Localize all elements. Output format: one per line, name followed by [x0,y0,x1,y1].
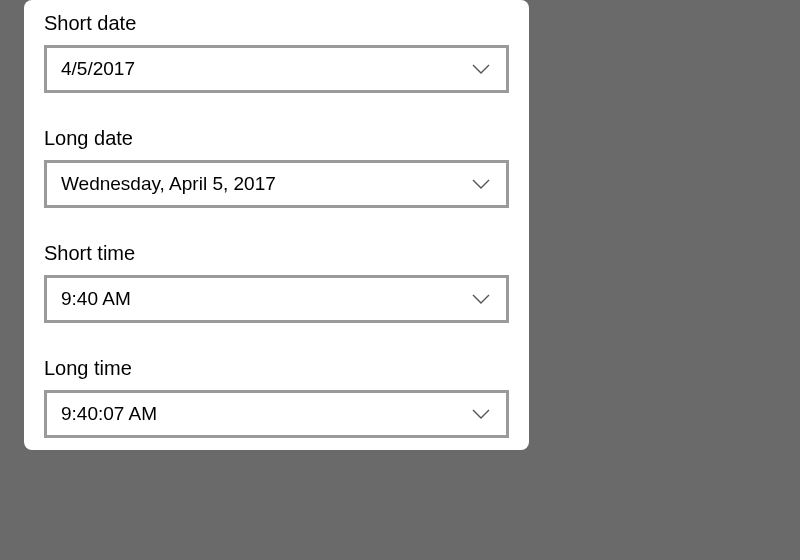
short-time-dropdown[interactable]: 9:40 AM [44,275,509,323]
short-date-dropdown[interactable]: 4/5/2017 [44,45,509,93]
short-date-group: Short date 4/5/2017 [44,12,509,93]
long-date-label: Long date [44,127,509,150]
long-date-group: Long date Wednesday, April 5, 2017 [44,127,509,208]
short-time-label: Short time [44,242,509,265]
long-time-group: Long time 9:40:07 AM [44,357,509,438]
long-time-dropdown[interactable]: 9:40:07 AM [44,390,509,438]
short-time-value: 9:40 AM [61,288,131,310]
chevron-down-icon [470,288,492,310]
settings-panel: Short date 4/5/2017 Long date Wednesday,… [24,0,529,450]
short-time-group: Short time 9:40 AM [44,242,509,323]
long-time-value: 9:40:07 AM [61,403,157,425]
long-time-label: Long time [44,357,509,380]
chevron-down-icon [470,173,492,195]
chevron-down-icon [470,403,492,425]
short-date-label: Short date [44,12,509,35]
long-date-dropdown[interactable]: Wednesday, April 5, 2017 [44,160,509,208]
chevron-down-icon [470,58,492,80]
long-date-value: Wednesday, April 5, 2017 [61,173,276,195]
short-date-value: 4/5/2017 [61,58,135,80]
